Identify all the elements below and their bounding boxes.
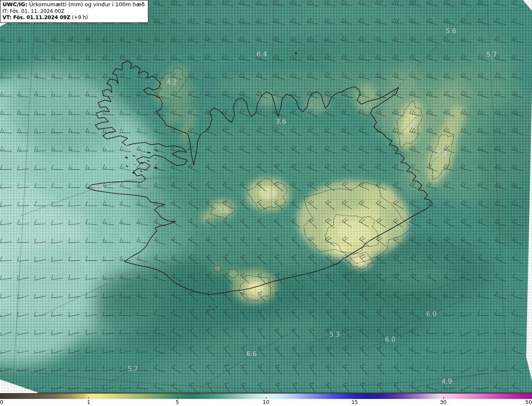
- contour-label: 6.4: [256, 50, 267, 58]
- contour-label: 8.6: [125, 144, 135, 152]
- contour-label: 4.9: [93, 183, 103, 191]
- field-description: Úrkomumætti (mm) og vindur i 100m hæð: [27, 1, 145, 7]
- colorbar-tick-label: 1: [87, 399, 90, 405]
- contour-label: 6.6: [246, 350, 256, 358]
- contour-label: 5.7: [357, 261, 368, 269]
- title-box: UWC/IG: Úrkomumætti (mm) og vindur i 100…: [0, 0, 148, 23]
- colorbar-tick-label: 0: [0, 399, 3, 405]
- contour-label: 2.4: [342, 255, 352, 263]
- colorbar-tick-labels: 01510153050: [0, 399, 532, 406]
- contour-label: 4.2: [166, 78, 177, 86]
- contour-label: 5.6: [446, 27, 456, 35]
- contour-label: 8.5: [115, 204, 126, 212]
- contour-label: 2.3: [404, 121, 414, 129]
- contour-label: 2.9: [263, 192, 273, 200]
- weather-map-screen: 5.65.76.44.23.62.32.34.98.68.52.93.52.45…: [0, 0, 532, 406]
- colorbar-tick-label: 15: [351, 399, 358, 405]
- contour-label: 2.2: [254, 289, 265, 297]
- init-time-line: IT: Fös. 01. 11. 2024 00Z: [2, 8, 145, 15]
- model-id: UWC/IG:: [2, 1, 27, 7]
- contour-label: 5.3: [329, 330, 340, 338]
- contour-label: 2.3: [436, 149, 446, 157]
- map-svg: 5.65.76.44.23.62.32.34.98.68.52.93.52.45…: [0, 0, 532, 393]
- colorbar-tick-label: 50: [525, 399, 532, 405]
- contour-label: 6.0: [385, 335, 395, 343]
- valid-time: VT: Fös. 01.11.2024 09Z: [2, 15, 70, 20]
- contour-label: 5.7: [486, 51, 497, 59]
- forecast-offset: (+9 h): [70, 15, 88, 20]
- colorbar-gradient: [0, 393, 532, 399]
- colorbar-tick-label: 10: [263, 399, 269, 405]
- valid-time-line: VT: Fös. 01.11.2024 09Z (+9 h): [2, 15, 145, 21]
- map-canvas: 5.65.76.44.23.62.32.34.98.68.52.93.52.45…: [0, 0, 532, 393]
- contour-label: 6.0: [426, 310, 436, 318]
- colorbar-tick-label: 30: [440, 399, 447, 405]
- contour-label: 3.6: [276, 117, 286, 125]
- contour-label: 5.7: [128, 365, 138, 373]
- title-line-1: UWC/IG: Úrkomumætti (mm) og vindur i 100…: [2, 1, 145, 8]
- contour-label: 3.5: [218, 206, 228, 214]
- contour-label: 4.9: [441, 377, 452, 385]
- colorbar-tick-label: 5: [176, 399, 179, 405]
